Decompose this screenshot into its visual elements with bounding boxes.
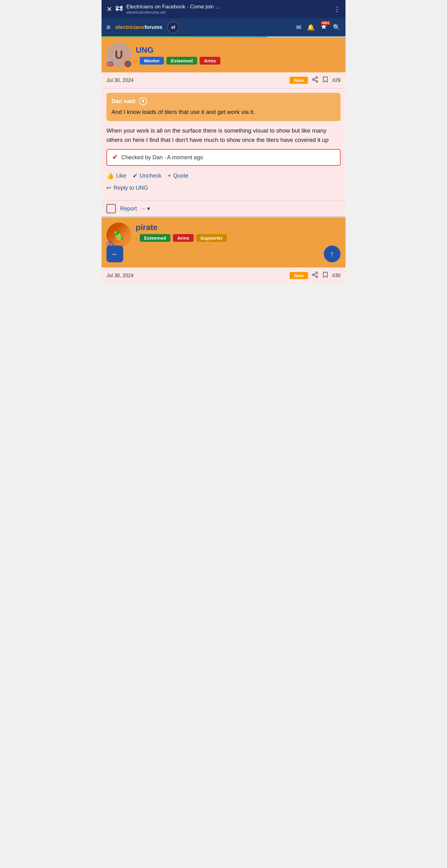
hamburger-menu-icon[interactable]: ≡	[106, 23, 110, 31]
svg-point-11	[316, 272, 318, 274]
post2-header: 🦜 🇬🇧 pirate - Esteemed Arms Supporter ← …	[101, 218, 346, 267]
quote-header: Dan said: ⬆	[111, 97, 336, 105]
svg-point-0	[116, 6, 118, 8]
post1-body: Dan said: ⬆ And I know loads of tilers t…	[101, 89, 346, 200]
filter-icon[interactable]	[116, 6, 123, 12]
more-options-button[interactable]: ··· ▾	[141, 205, 150, 212]
post1-share-icon[interactable]	[312, 76, 318, 85]
post2-meta: Jul 30, 2024 New #30	[101, 267, 346, 283]
svg-line-9	[314, 80, 316, 81]
post2-bookmark-icon[interactable]	[322, 271, 328, 280]
logo-forums: forums	[145, 24, 162, 30]
post2-number: #30	[332, 273, 341, 278]
post1-number: #29	[332, 78, 341, 83]
post1-checkbox[interactable]	[106, 204, 116, 213]
nav-icons: ✉ 🔔 4091 🔍	[296, 23, 341, 32]
post1-new-badge: New	[290, 77, 308, 84]
badge-dash: -	[136, 58, 137, 64]
close-icon[interactable]: ✕	[106, 5, 112, 13]
vote-icon[interactable]: 4091	[320, 23, 327, 32]
uncheck-button[interactable]: ✔ Uncheck	[132, 172, 161, 180]
post1-flag: 🇬🇧	[106, 61, 113, 67]
site-logo[interactable]: electriciansforums	[116, 24, 162, 30]
checked-text: Checked by Dan · A moment ago	[121, 154, 203, 161]
post1-header: U 🇬🇧 👤 UNG - Mentor Esteemed Arms	[101, 37, 346, 72]
svg-point-8	[316, 81, 318, 83]
bell-icon[interactable]: 🔔	[307, 24, 315, 31]
mail-icon[interactable]: ✉	[296, 24, 301, 31]
post1-footer: Report ··· ▾	[101, 200, 346, 216]
checked-indicator: ✔ Checked by Dan · A moment ago	[106, 149, 341, 166]
badge-arms[interactable]: Arms	[200, 57, 220, 65]
svg-point-13	[316, 276, 318, 278]
badge-supporter2[interactable]: Supporter	[196, 234, 227, 242]
quote-button[interactable]: + Quote	[168, 172, 188, 180]
report-button[interactable]: Report	[120, 206, 137, 212]
check-icon: ✔	[112, 153, 118, 161]
svg-line-14	[314, 275, 316, 277]
post2-badges: - Esteemed Arms Supporter	[136, 234, 227, 242]
svg-line-15	[314, 273, 316, 274]
quote-icon: +	[168, 172, 171, 180]
chevron-down-icon: ▾	[147, 205, 150, 212]
post2-new-badge: New	[290, 272, 308, 279]
page-title: Electricians on Facebook - Come join …	[126, 4, 330, 10]
post1-username[interactable]: UNG	[136, 45, 220, 55]
post1-meta: Jul 30, 2024 New #29	[101, 72, 346, 89]
search-icon[interactable]: 🔍	[333, 24, 341, 31]
logo-electricians: electricians	[116, 24, 145, 30]
badge-esteemed[interactable]: Esteemed	[166, 57, 197, 65]
page-url: electriciansforums.net	[126, 10, 330, 14]
like-button[interactable]: 👍 Like	[106, 172, 126, 180]
browser-more-icon[interactable]: ⋮	[334, 5, 341, 13]
browser-bar: ✕ Electricians on Facebook - Come join ……	[101, 0, 346, 18]
post1-bookmark-icon[interactable]	[322, 76, 328, 85]
post2-date: Jul 30, 2024	[106, 273, 286, 278]
quote-author: Dan said:	[111, 98, 136, 104]
post1-actions: 👍 Like ✔ Uncheck + Quote	[106, 171, 341, 181]
post1-text: When your work is all on the surface the…	[106, 126, 341, 145]
post2-share-icon[interactable]	[312, 271, 318, 280]
post1-avatar-wrapper: U 🇬🇧 👤	[106, 42, 131, 67]
post1-badges: - Mentor Esteemed Arms	[136, 57, 220, 65]
svg-line-10	[314, 78, 316, 79]
back-icon: ←	[111, 250, 119, 258]
scroll-top-icon: ↑	[330, 250, 334, 258]
ef-badge[interactable]: ef	[167, 22, 179, 33]
post2-info: pirate - Esteemed Arms Supporter	[136, 223, 227, 242]
site-nav: ≡ electriciansforums ef ✉ 🔔 4091 🔍	[101, 18, 346, 36]
badge-esteemed2[interactable]: Esteemed	[140, 234, 170, 242]
post1-status-icon: 👤	[125, 61, 131, 67]
back-button[interactable]: ←	[106, 246, 123, 262]
svg-point-6	[316, 77, 318, 79]
post1-info: UNG - Mentor Esteemed Arms	[136, 45, 220, 65]
post2-username[interactable]: pirate	[136, 223, 227, 232]
badge-arms2[interactable]: Arms	[173, 234, 193, 242]
notification-badge: 4091	[320, 21, 331, 25]
svg-point-12	[313, 274, 315, 276]
badge-dash2: -	[136, 235, 137, 241]
post1-date: Jul 30, 2024	[106, 78, 286, 83]
like-icon: 👍	[106, 172, 114, 180]
reply-to-button[interactable]: ↩ Reply to UNG	[106, 184, 341, 191]
uncheck-icon: ✔	[132, 172, 138, 180]
reply-icon: ↩	[106, 184, 111, 191]
scroll-top-button[interactable]: ↑	[324, 246, 341, 262]
post2-avatar-wrapper: 🦜 🇬🇧	[106, 223, 131, 247]
quote-text: And I know loads of tilers that use it a…	[111, 108, 336, 117]
svg-point-7	[313, 79, 315, 81]
quote-up-icon[interactable]: ⬆	[139, 97, 147, 105]
post1-quote: Dan said: ⬆ And I know loads of tilers t…	[106, 93, 341, 121]
svg-point-3	[121, 9, 122, 10]
browser-title: Electricians on Facebook - Come join … e…	[126, 4, 330, 14]
badge-mentor[interactable]: Mentor	[140, 57, 164, 65]
